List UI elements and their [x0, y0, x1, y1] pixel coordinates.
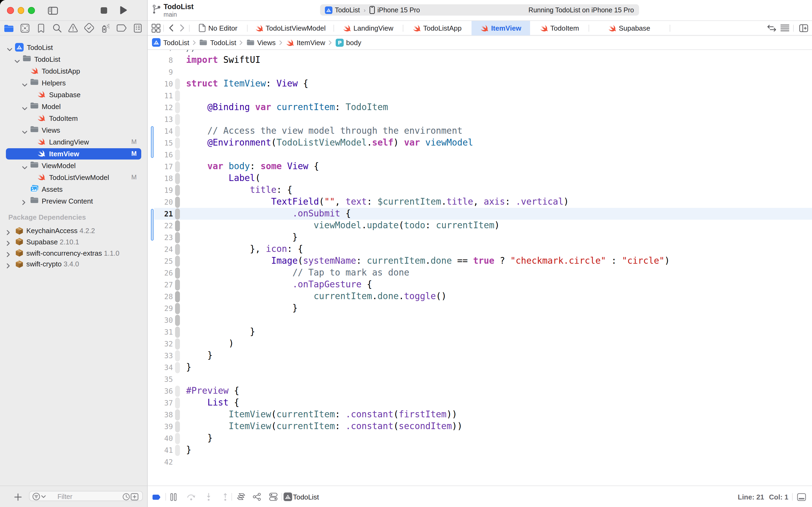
- disclosure-right-icon[interactable]: [6, 251, 10, 259]
- code-line-15[interactable]: 15 @Environment(TodoListViewModel.self) …: [148, 137, 812, 149]
- disclosure-down-icon[interactable]: [22, 128, 27, 136]
- navigator-filter-field[interactable]: Filter: [29, 491, 142, 501]
- code-line-27[interactable]: 27 .onTapGesture {: [148, 279, 812, 291]
- sidebar-item-viewmodel[interactable]: ViewModel: [0, 160, 147, 171]
- sidebar-item-model[interactable]: Model: [0, 101, 147, 112]
- sidebar-item-helpers[interactable]: Helpers: [0, 77, 147, 89]
- code-line-39[interactable]: 39 ItemView(currentItem: .constant(secon…: [148, 420, 812, 432]
- code-line-19[interactable]: 19 title: {: [148, 184, 812, 196]
- navigator-tab-find[interactable]: [49, 21, 65, 35]
- source-control-change-bar[interactable]: [151, 209, 154, 241]
- disclosure-right-icon[interactable]: [6, 240, 10, 248]
- sidebar-item-landingview[interactable]: LandingViewM: [0, 136, 147, 148]
- disclosure-down-icon[interactable]: [7, 45, 12, 53]
- window-minimize-button[interactable]: [17, 7, 24, 14]
- code-line-13[interactable]: 13: [148, 113, 812, 125]
- pause-button[interactable]: [168, 492, 178, 502]
- breadcrumb-item-body[interactable]: Pbody: [335, 39, 361, 47]
- sidebar-item-preview-content[interactable]: Preview Content: [0, 195, 147, 207]
- step-over-button[interactable]: [186, 492, 197, 502]
- sidebar-item-todolistapp[interactable]: TodoListApp: [0, 65, 147, 77]
- code-line-14[interactable]: 14 // Access the view model through the …: [148, 125, 812, 137]
- split-editor-button[interactable]: [798, 21, 809, 35]
- window-zoom-button[interactable]: [28, 7, 35, 14]
- code-line-10[interactable]: 10struct ItemView: View {: [148, 78, 812, 90]
- disclosure-down-icon[interactable]: [22, 104, 27, 112]
- navigator-tab-source-control[interactable]: [17, 21, 33, 35]
- package-item-swift-concurrency-extras[interactable]: swift-concurrency-extras 1.1.0: [0, 247, 147, 259]
- disclosure-down-icon[interactable]: [22, 80, 27, 89]
- minimap-button[interactable]: [779, 21, 790, 35]
- debug-process-name[interactable]: TodoList: [293, 486, 319, 507]
- related-items-button[interactable]: [151, 21, 161, 35]
- run-button[interactable]: [117, 0, 129, 21]
- fold-ribbon[interactable]: [175, 444, 180, 456]
- disclosure-down-icon[interactable]: [22, 163, 27, 171]
- code-line-16[interactable]: 16: [148, 149, 812, 161]
- fold-ribbon[interactable]: [175, 409, 180, 420]
- toggle-debug-area-button[interactable]: [797, 493, 806, 501]
- fold-ribbon[interactable]: [175, 267, 180, 278]
- breakpoints-toggle-button[interactable]: [152, 493, 161, 501]
- package-item-swift-crypto[interactable]: swift-crypto 3.4.0: [0, 259, 147, 270]
- editor-tab-supabase[interactable]: Supabase: [589, 21, 670, 35]
- step-out-button[interactable]: [220, 492, 231, 502]
- fold-ribbon[interactable]: [175, 137, 180, 149]
- sidebar-item-assets[interactable]: Assets: [0, 183, 147, 195]
- fold-ribbon[interactable]: [175, 279, 180, 290]
- editor-tab-todoitem[interactable]: TodoItem: [530, 21, 589, 35]
- source-control-change-bar[interactable]: [151, 126, 154, 158]
- sidebar-item-todoitem[interactable]: TodoItem: [0, 112, 147, 124]
- fold-ribbon[interactable]: [175, 184, 180, 196]
- disclosure-right-icon[interactable]: [6, 229, 10, 237]
- recent-files-icon[interactable]: [122, 493, 130, 500]
- fold-ribbon[interactable]: [175, 338, 180, 349]
- fold-ribbon[interactable]: [175, 114, 180, 125]
- code-line-25[interactable]: 25 Image(systemName: currentItem.done ==…: [148, 255, 812, 267]
- code-line-42[interactable]: 42: [148, 456, 812, 468]
- source-editor[interactable]: 7//8import SwiftUI910struct ItemView: Vi…: [148, 50, 812, 486]
- fold-ribbon[interactable]: [175, 161, 180, 172]
- swap-editor-button[interactable]: [766, 21, 777, 35]
- code-line-26[interactable]: 26 // Tap to mark as done: [148, 267, 812, 279]
- scheme-selector[interactable]: TodoList › iPhone 15 Pro: [325, 4, 420, 15]
- code-line-38[interactable]: 38 ItemView(currentItem: .constant(first…: [148, 409, 812, 420]
- code-line-22[interactable]: 22 viewModel.update(todo: currentItem): [148, 220, 812, 231]
- sidebar-item-todolist[interactable]: TodoList: [0, 53, 147, 65]
- fold-ribbon[interactable]: [175, 220, 180, 231]
- editor-tab-itemview[interactable]: ItemView: [471, 21, 530, 35]
- code-line-17[interactable]: 17 var body: some View {: [148, 161, 812, 172]
- fold-ribbon[interactable]: [175, 149, 180, 160]
- fold-ribbon[interactable]: [175, 350, 180, 361]
- fold-ribbon[interactable]: [175, 208, 180, 219]
- fold-ribbon[interactable]: [175, 421, 180, 432]
- toggle-left-sidebar-button[interactable]: [46, 0, 59, 21]
- breadcrumb-item-todolist[interactable]: TodoList: [199, 39, 236, 47]
- stop-button[interactable]: [97, 0, 110, 21]
- code-line-12[interactable]: 12 @Binding var currentItem: TodoItem: [148, 102, 812, 113]
- code-line-23[interactable]: 23 }: [148, 231, 812, 243]
- code-line-40[interactable]: 40 }: [148, 432, 812, 444]
- fold-ribbon[interactable]: [175, 303, 180, 314]
- sidebar-item-views[interactable]: Views: [0, 124, 147, 136]
- code-line-24[interactable]: 24 }, icon: {: [148, 243, 812, 255]
- scheme-status-pill[interactable]: TodoList › iPhone 15 Pro Running TodoLis…: [320, 4, 639, 15]
- navigator-tab-bookmarks[interactable]: [33, 21, 49, 35]
- navigator-tab-tests[interactable]: [81, 21, 97, 35]
- code-line-34[interactable]: 34}: [148, 361, 812, 373]
- code-line-9[interactable]: 9: [148, 66, 812, 78]
- code-line-21[interactable]: 21 .onSubmit {: [148, 208, 812, 220]
- code-line-33[interactable]: 33 }: [148, 350, 812, 361]
- fold-ribbon[interactable]: [175, 256, 180, 267]
- source-control-filter-icon[interactable]: [130, 493, 138, 500]
- breadcrumb-item-itemview[interactable]: ItemView: [286, 39, 325, 47]
- fold-ribbon[interactable]: [175, 433, 180, 444]
- code-line-18[interactable]: 18 Label(: [148, 172, 812, 184]
- navigator-tab-reports[interactable]: [129, 21, 146, 35]
- code-line-30[interactable]: 30: [148, 314, 812, 326]
- fold-ribbon[interactable]: [175, 385, 180, 397]
- fold-ribbon[interactable]: [175, 232, 180, 243]
- sidebar-item-todolistviewmodel[interactable]: TodoListViewModelM: [0, 171, 147, 183]
- breadcrumb-item-todolist[interactable]: TodoList: [152, 38, 189, 47]
- fold-ribbon[interactable]: [175, 173, 180, 184]
